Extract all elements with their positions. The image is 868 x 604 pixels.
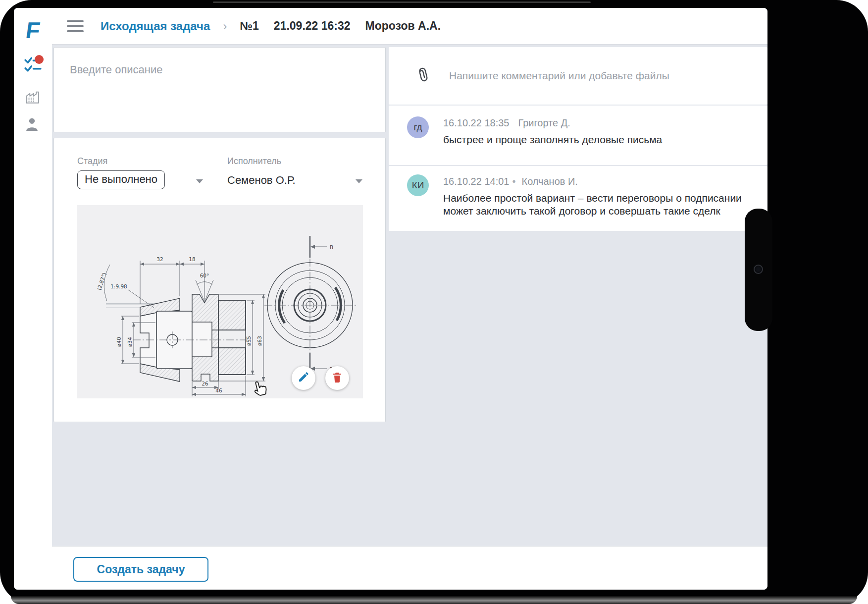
task-number: №1 <box>240 19 258 33</box>
stage-label: Стадия <box>77 156 205 166</box>
create-task-button[interactable]: Создать задачу <box>73 557 208 582</box>
assignee-label: Исполнитель <box>227 156 364 166</box>
comment-text: Наиболее простой вариант – вести перегов… <box>443 192 766 205</box>
chevron-right-icon: › <box>223 19 227 33</box>
sidebar: F <box>14 8 52 590</box>
comment-text: может заключить такой договор и совершат… <box>443 205 766 218</box>
notification-badge <box>35 55 44 64</box>
stage-select[interactable]: Не выполнено <box>77 170 205 192</box>
section-label-b-top: B <box>330 244 333 250</box>
assignee-field: Исполнитель Семенов О.Р. <box>227 156 364 192</box>
person-icon <box>24 126 40 134</box>
stage-field: Стадия Не выполнено <box>77 156 205 192</box>
comment-body: 16.10.22 18:35Григорте Д. быстрее и прощ… <box>443 117 766 146</box>
dim-angle-60: 60° <box>200 273 209 278</box>
dim-length-26: 26 <box>202 381 208 386</box>
dim-length-18: 18 <box>189 256 195 262</box>
assignee-select[interactable]: Семенов О.Р. <box>227 170 364 192</box>
footer-bar: Создать задачу <box>52 546 767 590</box>
tablet-frame: F <box>0 0 868 604</box>
device-bottom-edge <box>11 596 857 604</box>
app-logo: F <box>14 17 54 44</box>
assignee-value[interactable]: Семенов О.Р. <box>227 170 296 187</box>
breadcrumb-section[interactable]: Исходящая задача <box>101 19 210 33</box>
comment-time: 16.10.22 18:35 <box>443 117 509 128</box>
comment-placeholder: Напишите комментарий или добавьте файлы <box>449 70 669 82</box>
paperclip-icon[interactable] <box>416 66 430 85</box>
avatar: КИ <box>407 174 429 196</box>
task-author: Морозов А.А. <box>365 19 441 33</box>
technical-drawing: 32 18 60° 1:9.98 (2,87°) <box>77 205 363 398</box>
pencil-icon <box>298 371 309 385</box>
comment-body: 16.10.22 14:01•Колчанов И. Наиболее прос… <box>443 176 766 218</box>
trash-icon <box>331 371 343 385</box>
task-datetime: 21.09.22 16:32 <box>274 19 351 33</box>
edit-attachment-button[interactable] <box>292 366 315 390</box>
header: Исходящая задача › №1 21.09.22 16:32 Мор… <box>52 8 767 45</box>
stage-value[interactable]: Не выполнено <box>77 170 165 189</box>
comment-author: Колчанов И. <box>521 176 577 187</box>
camera-lens-icon <box>754 265 763 274</box>
checklist-icon <box>24 67 42 76</box>
factory-icon <box>24 100 41 108</box>
comment-author: Григорте Д. <box>518 117 570 128</box>
sidebar-item-production[interactable] <box>24 89 42 108</box>
dim-diameter-34: ø34 <box>127 337 133 347</box>
camera-housing <box>745 209 772 331</box>
dim-length-32: 32 <box>156 256 163 262</box>
app-screen: F <box>14 8 767 590</box>
avatar: гд <box>407 116 429 138</box>
page: F <box>0 0 868 604</box>
attached-drawing[interactable]: 32 18 60° 1:9.98 (2,87°) <box>77 205 363 398</box>
sidebar-item-profile[interactable] <box>24 116 42 135</box>
dim-length-46: 46 <box>215 387 222 393</box>
delete-attachment-button[interactable] <box>325 366 349 390</box>
dim-taper: 1:9.98 <box>110 283 127 289</box>
dim-diameter-63: ø63 <box>256 336 262 346</box>
dim-diameter-40: ø40 <box>116 337 122 347</box>
dim-diameter-55: ø55 <box>246 336 252 346</box>
chevron-down-icon[interactable] <box>196 179 203 183</box>
task-details-card: Стадия Не выполнено Исполнитель Семенов … <box>53 138 386 422</box>
chevron-down-icon[interactable] <box>356 179 362 183</box>
menu-icon[interactable] <box>67 20 84 32</box>
comment-item: КИ 16.10.22 14:01•Колчанов И. Наиболее п… <box>389 166 767 231</box>
comment-input[interactable]: Напишите комментарий или добавьте файлы <box>389 47 767 105</box>
description-input[interactable]: Введите описание <box>54 48 385 76</box>
comment-text: быстрее и проще заполнять деловые письма <box>443 133 766 146</box>
comment-time: 16.10.22 14:01 <box>443 176 509 187</box>
comment-item: гд 16.10.22 18:35Григорте Д. быстрее и п… <box>389 106 767 165</box>
description-card: Введите описание <box>53 47 386 132</box>
